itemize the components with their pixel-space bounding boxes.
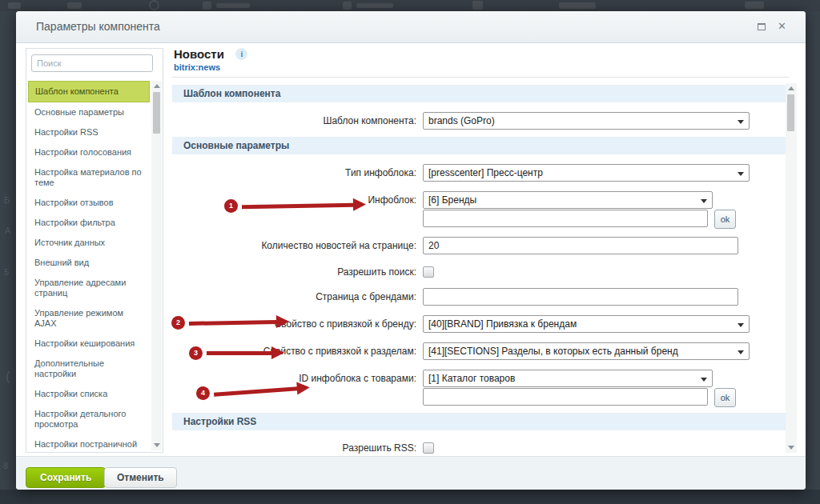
select-dropdown[interactable]: brands (GoPro) [423, 112, 750, 130]
main-scrollbar[interactable] [786, 83, 797, 453]
field-label: Тип инфоблока: [172, 164, 416, 182]
field-control: [41][SECTIONS] Разделы, в которых есть д… [423, 342, 750, 360]
annotation-number-badge: 4 [196, 386, 210, 400]
annotation-number-badge: 3 [189, 346, 203, 360]
ok-button[interactable]: ok [714, 388, 736, 407]
field-control: [40][BRAND] Привязка к брендам [423, 315, 750, 333]
component-name: Новости [174, 47, 224, 61]
form-row: Страница с брендами: [172, 288, 789, 306]
form-row: Количество новостей на странице: [172, 237, 789, 254]
form-row: Тип инфоблока:[presscenter] Пресс-центр [172, 164, 789, 182]
sidebar-item[interactable]: Источник данных [26, 233, 163, 253]
component-parameters-dialog: Параметры компонента ✕ Шаблон компонента… [16, 11, 806, 490]
select-value: [40][BRAND] Привязка к брендам [428, 318, 577, 330]
sidebar-item[interactable]: Настройки фильтра [26, 213, 163, 233]
sidebar-item[interactable]: Основные параметры [26, 102, 163, 122]
select-dropdown[interactable]: [6] Бренды [423, 191, 713, 209]
sidebar-list: Шаблон компонентаОсновные параметрыНастр… [26, 81, 163, 450]
annotation-number-badge: 2 [171, 316, 185, 330]
select-value: [6] Бренды [428, 194, 476, 206]
main-panel: Новости i bitrix:news Шаблон компонентаШ… [172, 43, 789, 456]
arrow-right-icon [207, 351, 272, 355]
sidebar-item[interactable]: Настройки списка [26, 384, 163, 404]
component-code: bitrix:news [174, 62, 789, 72]
field-label: Шаблон компонента: [172, 112, 416, 130]
chevron-down-icon [738, 120, 744, 124]
select-value: [presscenter] Пресс-центр [428, 167, 543, 178]
field-control [423, 266, 434, 278]
chevron-down-icon [738, 172, 744, 176]
ok-button[interactable]: ok [714, 210, 736, 229]
sidebar: Шаблон компонентаОсновные параметрыНастр… [26, 48, 163, 453]
field-control: brands (GoPro) [423, 112, 750, 130]
sidebar-item[interactable]: Управление режимом AJAX [26, 303, 163, 334]
checkbox[interactable] [423, 266, 434, 278]
section-header: Основные параметры [172, 137, 789, 154]
field-control: [presscenter] Пресс-центр [423, 164, 750, 182]
info-icon[interactable]: i [235, 48, 247, 60]
form-row: Инфоблок:[6] Брендыok [172, 191, 789, 227]
field-control: [1] Каталог товаровok [423, 370, 713, 406]
text-input[interactable] [423, 288, 738, 306]
text-input[interactable] [423, 237, 738, 254]
sidebar-item[interactable]: Внешний вид [26, 253, 163, 273]
annotation-number-badge: 1 [224, 199, 238, 213]
background-bottom-strip [0, 490, 820, 504]
component-header: Новости i bitrix:news [172, 43, 789, 78]
dialog-content: Шаблон компонентаОсновные параметрыНастр… [16, 43, 806, 456]
sidebar-item[interactable]: Дополнительные настройки [26, 354, 163, 384]
chevron-down-icon [701, 378, 707, 382]
select-dropdown[interactable]: [40][BRAND] Привязка к брендам [423, 315, 750, 333]
chevron-down-icon [701, 199, 707, 203]
scroll-up-icon[interactable] [154, 84, 160, 88]
refresh-icon [149, 0, 159, 10]
field-control [423, 288, 738, 306]
field-control: [6] Брендыok [423, 191, 713, 227]
sidebar-item[interactable]: Управление адресами страниц [26, 273, 163, 303]
chevron-down-icon [738, 350, 744, 354]
scroll-down-icon[interactable] [154, 443, 160, 447]
field-label: Страница с брендами: [172, 288, 416, 306]
field-control [423, 442, 434, 454]
select-dropdown[interactable]: [presscenter] Пресс-центр [423, 164, 750, 182]
select-dropdown[interactable]: [41][SECTIONS] Разделы, в которых есть д… [423, 342, 750, 360]
maximize-icon[interactable] [758, 23, 766, 30]
form-row: Шаблон компонента:brands (GoPro) [172, 112, 789, 130]
select-dropdown[interactable]: [1] Каталог товаров [423, 370, 713, 387]
sidebar-item[interactable]: Настройки кеширования [26, 334, 163, 354]
sidebar-item[interactable]: Настройки отзывов [26, 193, 163, 213]
section-header: Настройки RSS [172, 413, 789, 430]
sidebar-item[interactable]: Настройки RSS [26, 122, 163, 142]
select-value: brands (GoPro) [428, 115, 495, 126]
checkbox[interactable] [423, 442, 434, 454]
dialog-title: Параметры компонента [36, 20, 160, 33]
scrollbar-thumb[interactable] [787, 94, 794, 131]
search-input[interactable] [31, 54, 153, 72]
save-button[interactable]: Сохранить [26, 467, 106, 488]
sidebar-item[interactable]: Настройки голосования [26, 142, 163, 162]
select-value: [41][SECTIONS] Разделы, в которых есть д… [428, 346, 678, 357]
sidebar-item[interactable]: Настройки постраничной навигации детальн… [26, 434, 163, 450]
field-control [423, 237, 738, 254]
param-form: Шаблон компонентаШаблон компонента:brand… [172, 85, 789, 454]
sidebar-item[interactable]: Шаблон компонента [28, 81, 150, 102]
scroll-down-icon[interactable] [788, 446, 794, 450]
sidebar-scrollbar[interactable] [151, 81, 162, 450]
form-row: Разрешить поиск: [172, 266, 789, 278]
close-icon[interactable]: ✕ [778, 19, 786, 34]
scrollbar-thumb[interactable] [153, 92, 160, 134]
scroll-up-icon[interactable] [788, 86, 794, 90]
chevron-down-icon [738, 323, 744, 327]
cancel-button[interactable]: Отменить [104, 467, 177, 488]
id-text-input[interactable] [423, 388, 708, 406]
dialog-titlebar[interactable]: Параметры компонента ✕ [16, 11, 806, 43]
field-label: Разрешить поиск: [172, 266, 416, 278]
sidebar-item[interactable]: Настройка материалов по теме [26, 162, 163, 193]
form-row: Разрешить RSS: [172, 442, 789, 454]
form-row: ID инфоблока с товарами:[1] Каталог това… [172, 370, 789, 406]
sidebar-item[interactable]: Настройки детального просмотра [26, 404, 163, 434]
select-value: [1] Каталог товаров [428, 373, 515, 384]
dialog-footer: Сохранить Отменить [16, 456, 806, 490]
field-label: Инфоблок: [172, 191, 416, 227]
id-text-input[interactable] [423, 210, 708, 227]
